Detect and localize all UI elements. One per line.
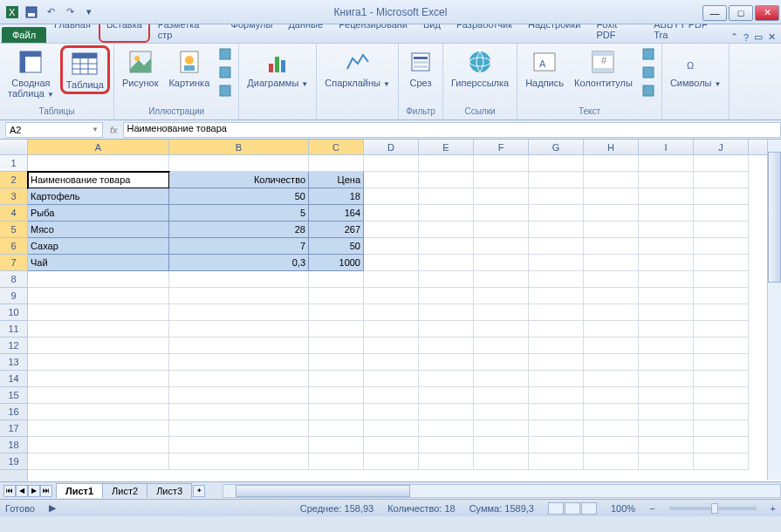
cell[interactable]: [474, 155, 529, 172]
cell[interactable]: [364, 354, 419, 371]
cell[interactable]: [584, 454, 639, 470]
cell[interactable]: [529, 338, 584, 354]
cell[interactable]: [474, 288, 529, 304]
ribbon-button[interactable]: Картинка: [164, 45, 214, 91]
window-restore-icon[interactable]: ▭: [754, 31, 763, 43]
row-header[interactable]: 2: [0, 172, 27, 188]
fx-icon[interactable]: fx: [110, 125, 118, 135]
cell[interactable]: [309, 338, 364, 354]
cell[interactable]: [694, 205, 749, 222]
sheet-nav-first-icon[interactable]: ⏮: [3, 485, 16, 497]
cell[interactable]: [639, 222, 694, 238]
cell[interactable]: [28, 420, 169, 437]
undo-icon[interactable]: ↶: [42, 3, 59, 21]
row-header[interactable]: 10: [0, 304, 27, 321]
cell[interactable]: [309, 371, 364, 387]
cell[interactable]: [584, 420, 639, 437]
cell[interactable]: [364, 238, 419, 255]
help-icon[interactable]: ?: [743, 32, 749, 43]
select-all-corner[interactable]: [0, 140, 28, 154]
cell[interactable]: [169, 420, 309, 437]
cell[interactable]: [419, 338, 474, 354]
cell[interactable]: [474, 255, 529, 271]
cell[interactable]: [419, 371, 474, 387]
cell[interactable]: [309, 288, 364, 304]
cell[interactable]: [694, 420, 749, 437]
cell[interactable]: 0,3: [169, 255, 309, 271]
cell[interactable]: [474, 188, 529, 205]
row-header[interactable]: 1: [0, 155, 27, 172]
column-header[interactable]: H: [584, 140, 639, 154]
cell[interactable]: [474, 321, 529, 338]
cell[interactable]: [309, 437, 364, 454]
ribbon-button[interactable]: AНадпись: [521, 45, 568, 91]
ribbon-button[interactable]: Спарклайны ▼: [320, 45, 394, 91]
column-header[interactable]: G: [529, 140, 584, 154]
cell[interactable]: [639, 172, 694, 188]
cell[interactable]: [419, 222, 474, 238]
window-close-icon[interactable]: ✕: [768, 31, 776, 43]
cell[interactable]: [694, 371, 749, 387]
column-header[interactable]: I: [639, 140, 694, 154]
cell[interactable]: [584, 404, 639, 420]
cell[interactable]: [364, 222, 419, 238]
row-header[interactable]: 16: [0, 404, 27, 420]
cell[interactable]: [694, 222, 749, 238]
cell[interactable]: [364, 172, 419, 188]
cell[interactable]: [694, 354, 749, 371]
cell[interactable]: [474, 387, 529, 404]
sheet-nav-next-icon[interactable]: ▶: [28, 485, 40, 497]
view-normal-button[interactable]: [548, 502, 564, 515]
cell[interactable]: [694, 437, 749, 454]
cell[interactable]: [529, 304, 584, 321]
cell[interactable]: [364, 321, 419, 338]
cell[interactable]: [584, 387, 639, 404]
zoom-value[interactable]: 100%: [611, 503, 635, 514]
cell[interactable]: [529, 172, 584, 188]
cell[interactable]: [474, 304, 529, 321]
cell[interactable]: [584, 304, 639, 321]
status-macro-icon[interactable]: ▶: [49, 502, 56, 514]
cell[interactable]: [529, 387, 584, 404]
cell[interactable]: [529, 238, 584, 255]
file-tab[interactable]: Файл: [2, 27, 46, 43]
ribbon-button[interactable]: Своднаятаблица ▼: [3, 45, 58, 101]
cell[interactable]: [309, 354, 364, 371]
sheet-nav-last-icon[interactable]: ⏭: [40, 485, 52, 497]
cell[interactable]: [529, 222, 584, 238]
cell[interactable]: [28, 338, 169, 354]
cell[interactable]: [639, 437, 694, 454]
sheet-nav-prev-icon[interactable]: ◀: [16, 485, 28, 497]
cell[interactable]: Мясо: [28, 222, 169, 238]
cell[interactable]: [419, 454, 474, 470]
cell[interactable]: [474, 354, 529, 371]
cell[interactable]: [474, 271, 529, 288]
cell[interactable]: [694, 271, 749, 288]
cell[interactable]: [474, 371, 529, 387]
cell[interactable]: [419, 288, 474, 304]
cell[interactable]: [169, 404, 309, 420]
cell[interactable]: [639, 205, 694, 222]
row-header[interactable]: 14: [0, 371, 27, 387]
cell[interactable]: [639, 338, 694, 354]
minimize-button[interactable]: —: [702, 5, 727, 21]
cell[interactable]: [529, 321, 584, 338]
cell[interactable]: [419, 238, 474, 255]
minimize-ribbon-icon[interactable]: ⌃: [730, 31, 738, 43]
cell[interactable]: 18: [309, 188, 364, 205]
cell[interactable]: [364, 387, 419, 404]
cell[interactable]: [169, 304, 309, 321]
ribbon-button[interactable]: Срез: [402, 45, 439, 91]
cell[interactable]: [639, 321, 694, 338]
cell[interactable]: [169, 271, 309, 288]
cell[interactable]: 5: [169, 205, 309, 222]
cell[interactable]: 164: [309, 205, 364, 222]
cell[interactable]: [419, 271, 474, 288]
vertical-scroll-thumb[interactable]: [768, 152, 781, 283]
row-header[interactable]: 12: [0, 338, 27, 354]
cell[interactable]: [529, 188, 584, 205]
column-header[interactable]: B: [169, 140, 309, 154]
cell[interactable]: [309, 454, 364, 470]
row-header[interactable]: 5: [0, 222, 27, 238]
qat-dropdown-icon[interactable]: ▾: [80, 3, 98, 21]
